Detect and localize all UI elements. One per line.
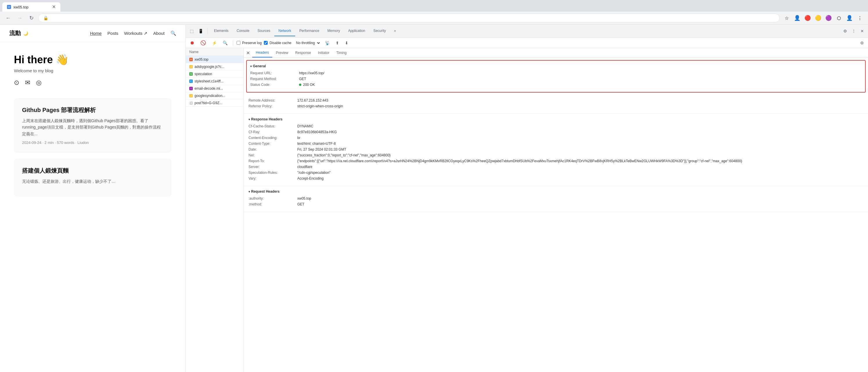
network-item-name-7: post?tid=G-G9Z... bbox=[194, 101, 222, 105]
toolbar-separator-1 bbox=[207, 28, 208, 34]
address-bar[interactable]: 🔒 xw05.top bbox=[38, 13, 780, 22]
headers-tab-headers[interactable]: Headers bbox=[252, 48, 272, 58]
network-item-name-3: speculation bbox=[194, 72, 212, 76]
profile-icon-1[interactable]: 👤 bbox=[793, 13, 802, 23]
cf-ray-row: Cf-Ray: 8c97e8106b04853a-HKG bbox=[248, 130, 863, 134]
devtools-settings-icon[interactable]: ⚙ bbox=[842, 28, 849, 34]
offline-icon[interactable]: 📡 bbox=[323, 39, 332, 46]
devtools-device-icon[interactable]: 📱 bbox=[196, 28, 205, 34]
menu-icon[interactable]: ⋮ bbox=[855, 13, 865, 23]
blog-post-1[interactable]: Github Pages 部署流程解析 上周末在搭建個人鍛煉頁麵時，遇到個Git… bbox=[14, 98, 172, 153]
css-icon: C bbox=[189, 80, 193, 83]
github-icon[interactable]: ⊙ bbox=[14, 79, 19, 87]
method-row: :method: GET bbox=[248, 202, 863, 206]
tab-memory[interactable]: Memory bbox=[323, 26, 344, 36]
preserve-log-checkbox[interactable]: Preserve log bbox=[237, 41, 261, 45]
server-value: cloudflare bbox=[297, 165, 312, 169]
browser-tab[interactable]: W xw05.top ✕ bbox=[2, 2, 60, 11]
devtools-more-icon[interactable]: ⋮ bbox=[850, 28, 858, 34]
headers-panel: ✕ Headers Preview Response Initiator Tim… bbox=[244, 48, 868, 372]
search-icon[interactable]: 🔍 bbox=[170, 30, 176, 36]
tab-security[interactable]: Security bbox=[369, 26, 390, 36]
network-item-stylesheet[interactable]: C stylesheet.c1e4ff... bbox=[186, 78, 244, 85]
status-code-label: Status Code: bbox=[250, 83, 297, 87]
server-row: Server: cloudflare bbox=[248, 165, 863, 169]
record-button[interactable]: ⏺ bbox=[188, 39, 196, 47]
network-item-email-decode[interactable]: I email-decode.mi... bbox=[186, 85, 244, 92]
headers-tab-timing[interactable]: Timing bbox=[333, 49, 350, 57]
profile-icon-2[interactable]: 🔴 bbox=[803, 13, 812, 23]
nav-bar: ← → ↻ 🔒 xw05.top ☆ 👤 🔴 🟡 🟣 ⬡ 👤 ⋮ bbox=[0, 11, 868, 24]
reload-button[interactable]: ↻ bbox=[27, 13, 36, 23]
profile-icon-3[interactable]: 🟡 bbox=[813, 13, 823, 23]
download-icon[interactable]: ⬇ bbox=[343, 39, 350, 46]
network-item-name-5: email-decode.mi... bbox=[194, 87, 223, 91]
network-item-googlesyndication[interactable]: J googlesyndication... bbox=[186, 92, 244, 99]
network-item-speculation[interactable]: S speculation bbox=[186, 70, 244, 78]
preserve-log-label: Preserve log bbox=[242, 41, 261, 45]
extensions-icon[interactable]: ⬡ bbox=[834, 13, 844, 23]
social-links: ⊙ ✉ ◎ bbox=[14, 79, 172, 87]
cf-ray-value: 8c97e8106b04853a-HKG bbox=[297, 130, 337, 134]
network-item-name-6: googlesyndication... bbox=[194, 94, 225, 98]
devtools-inspect-icon[interactable]: ⬚ bbox=[188, 28, 195, 34]
address-input[interactable]: xw05.top bbox=[51, 16, 775, 20]
nav-posts[interactable]: Posts bbox=[107, 31, 119, 36]
network-item-post[interactable]: ☐ post?tid=G-G9Z... bbox=[186, 99, 244, 107]
network-list: Name H xw05.top J adsbygoogle.js?c... S … bbox=[186, 48, 244, 372]
nel-row: Nel: {"success_fraction":0,"report_to":"… bbox=[248, 153, 863, 157]
tab-more[interactable]: » bbox=[390, 26, 400, 36]
user-avatar[interactable]: 👤 bbox=[845, 13, 854, 23]
spec-icon: S bbox=[189, 72, 193, 76]
tab-console[interactable]: Console bbox=[232, 26, 253, 36]
nav-workouts[interactable]: Workouts ↗ bbox=[124, 31, 148, 36]
disable-cache-input[interactable] bbox=[264, 41, 268, 45]
upload-icon[interactable]: ⬆ bbox=[334, 39, 341, 46]
bookmark-icon[interactable]: ☆ bbox=[782, 13, 792, 23]
content-type-label: Content-Type: bbox=[248, 142, 295, 146]
moon-icon[interactable]: 🌙 bbox=[23, 31, 28, 36]
devtools-content: Name H xw05.top J adsbygoogle.js?c... S … bbox=[186, 48, 868, 372]
js-icon-google: J bbox=[189, 94, 193, 97]
tab-network[interactable]: Network bbox=[274, 26, 295, 36]
email-icon[interactable]: ✉ bbox=[25, 79, 30, 87]
status-code-text: 200 OK bbox=[303, 83, 315, 87]
lock-icon: 🔒 bbox=[43, 16, 48, 20]
tab-close-button[interactable]: ✕ bbox=[52, 5, 56, 9]
headers-close-button[interactable]: ✕ bbox=[246, 50, 250, 56]
filter-icon[interactable]: ⚡ bbox=[210, 39, 219, 46]
tab-application[interactable]: Application bbox=[344, 26, 369, 36]
preserve-log-input[interactable] bbox=[237, 41, 240, 45]
nav-about[interactable]: About bbox=[153, 31, 164, 36]
throttle-select[interactable]: No throttling bbox=[294, 40, 321, 46]
browser-nav-icons: ☆ 👤 🔴 🟡 🟣 ⬡ 👤 ⋮ bbox=[782, 13, 865, 23]
clear-button[interactable]: 🚫 bbox=[198, 39, 208, 47]
blog-post-2[interactable]: 搭建個人鍛煉頁麵 无论锻炼、还是旅游、出行，健康运动，缺少不了… bbox=[14, 159, 172, 196]
request-url-row: Request URL: https://xw05.top/ bbox=[250, 71, 862, 75]
search-network-icon[interactable]: 🔍 bbox=[221, 39, 229, 46]
nav-home[interactable]: Home bbox=[90, 31, 102, 36]
forward-button[interactable]: → bbox=[15, 13, 24, 23]
devtools-close-icon[interactable]: ✕ bbox=[859, 28, 866, 34]
website-content: 流動 🌙 Home Posts Workouts ↗ About 🔍 Hi th… bbox=[0, 25, 186, 372]
headers-tab-response[interactable]: Response bbox=[292, 49, 314, 57]
network-settings-icon[interactable]: ⚙ bbox=[859, 39, 866, 46]
speculation-rules-row: Speculation-Rules: "/cdn-cgi/speculation… bbox=[248, 170, 863, 175]
site-header: 流動 🌙 Home Posts Workouts ↗ About 🔍 bbox=[0, 25, 186, 42]
cf-cache-row: Cf-Cache-Status: DYNAMIC bbox=[248, 124, 863, 128]
headers-tab-preview[interactable]: Preview bbox=[272, 49, 292, 57]
devtools-panel-tabs: Elements Console Sources Network Perform… bbox=[210, 26, 840, 36]
request-headers-section: Request Headers :authority: xw05.top :me… bbox=[244, 186, 868, 212]
network-item-name-2: adsbygoogle.js?c... bbox=[194, 65, 224, 69]
tab-performance[interactable]: Performance bbox=[295, 26, 323, 36]
headers-tab-initiator[interactable]: Initiator bbox=[314, 49, 333, 57]
rss-icon[interactable]: ◎ bbox=[36, 79, 41, 87]
back-button[interactable]: ← bbox=[3, 13, 13, 23]
tab-bar: W xw05.top ✕ bbox=[0, 0, 868, 11]
tab-sources[interactable]: Sources bbox=[253, 26, 274, 36]
profile-icon-4[interactable]: 🟣 bbox=[824, 13, 833, 23]
tab-elements[interactable]: Elements bbox=[210, 26, 232, 36]
network-item-ads[interactable]: J adsbygoogle.js?c... bbox=[186, 63, 244, 70]
disable-cache-checkbox[interactable]: Disable cache bbox=[264, 41, 291, 45]
network-item-xw05[interactable]: H xw05.top bbox=[186, 56, 244, 63]
